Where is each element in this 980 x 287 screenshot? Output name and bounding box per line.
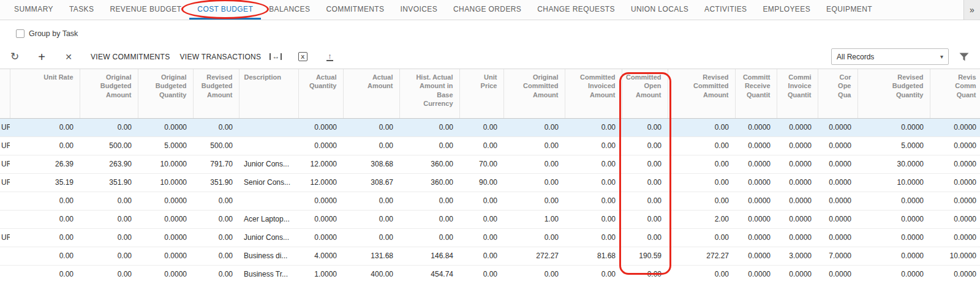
cell-actual_quantity[interactable]: 0.0000 [298,136,343,155]
cell-revised_committed_quantity[interactable]: 0.0000 [930,118,980,136]
cell-committed_invoiced_quantity[interactable]: 0.0000 [777,136,818,155]
cell-revised_budgeted_quantity[interactable]: 0.0000 [858,265,930,283]
cell-unit_price[interactable]: 0.00 [459,228,503,247]
cell-committed_open_quantity[interactable]: 7.0000 [818,247,858,265]
cell-description[interactable]: Business di... [239,247,298,265]
column-header-original_budgeted_quantity[interactable]: Original Budgeted Quantity [138,69,193,118]
cell-original_budgeted_amount[interactable]: 263.90 [80,155,138,173]
cell-committed_received_quantity[interactable]: 0.0000 [735,155,777,173]
cell-original_budgeted_quantity[interactable]: 0.0000 [138,228,193,247]
cell-actual_quantity[interactable]: 0.0000 [298,228,343,247]
view-commitments-button[interactable]: VIEW COMMITMENTS [91,53,170,61]
cell-committed_invoiced_quantity[interactable]: 0.0000 [777,192,818,210]
cell-committed_received_quantity[interactable]: 0.0000 [735,173,777,192]
tab-balances[interactable]: BALANCES [261,0,318,20]
cell-committed_received_quantity[interactable]: 0.0000 [735,210,777,228]
cell-committed_open_quantity[interactable]: 0.0000 [818,155,858,173]
tab-change-requests[interactable]: CHANGE REQUESTS [529,0,623,20]
cell-original_budgeted_amount[interactable]: 0.00 [80,118,138,136]
cell-actual_amount[interactable]: 131.68 [343,247,399,265]
cell-description[interactable]: Senior Cons... [239,173,298,192]
cell-unit_price[interactable]: 0.00 [459,247,503,265]
cell-actual_quantity[interactable]: 12.0000 [298,173,343,192]
column-header-committed_invoiced_quantity[interactable]: Commi Invoice Quantit [777,69,818,118]
cell-committed_received_quantity[interactable]: 0.0000 [735,136,777,155]
cell-revised_committed_quantity[interactable]: 0.0000 [930,192,980,210]
cell-original_committed_amount[interactable]: 1.00 [503,210,565,228]
cell-original_committed_amount[interactable]: 0.00 [503,118,565,136]
cell-actual_amount[interactable]: 0.00 [343,228,399,247]
tab-summary[interactable]: SUMMARY [6,0,61,20]
cell-unit_rate[interactable]: 0.00 [10,118,80,136]
cell-uom[interactable]: UR [0,228,10,247]
cell-committed_received_quantity[interactable]: 0.0000 [735,118,777,136]
cell-hist_actual_amount_base[interactable]: 146.84 [399,247,459,265]
cell-committed_invoiced_amount[interactable]: 0.00 [565,118,622,136]
cell-description[interactable]: Junior Cons... [239,155,298,173]
cell-committed_received_quantity[interactable]: 0.0000 [735,228,777,247]
column-header-original_committed_amount[interactable]: Original Committed Amount [503,69,565,118]
cell-original_budgeted_quantity[interactable]: 0.0000 [138,192,193,210]
cell-revised_committed_amount[interactable]: 0.00 [668,173,735,192]
group-by-task-checkbox[interactable] [16,29,24,38]
cell-revised_committed_amount[interactable]: 0.00 [668,265,735,283]
cell-original_budgeted_amount[interactable]: 0.00 [80,228,138,247]
cell-actual_quantity[interactable]: 0.0000 [298,210,343,228]
table-row[interactable]: 0.000.000.00000.000.00000.000.000.000.00… [0,192,980,210]
cell-committed_invoiced_quantity[interactable]: 0.0000 [777,265,818,283]
cell-revised_committed_quantity[interactable]: 0.0000 [930,136,980,155]
cell-actual_amount[interactable]: 0.00 [343,118,399,136]
cell-actual_amount[interactable]: 308.68 [343,155,399,173]
cell-uom[interactable]: UR [0,155,10,173]
cell-original_budgeted_quantity[interactable]: 5.0000 [138,136,193,155]
column-header-original_budgeted_amount[interactable]: Original Budgeted Amount [80,69,138,118]
cell-unit_price[interactable]: 0.00 [459,118,503,136]
cell-revised_budgeted_quantity[interactable]: 0.0000 [858,118,930,136]
column-header-description[interactable]: Description [239,69,298,118]
cell-unit_rate[interactable]: 35.19 [10,173,80,192]
table-row[interactable]: UR0.000.000.00000.000.00000.000.000.000.… [0,118,980,136]
table-row[interactable]: 0.000.000.00000.00Acer Laptop...0.00000.… [0,210,980,228]
cell-committed_invoiced_amount[interactable]: 0.00 [565,228,622,247]
cell-revised_committed_quantity[interactable]: 0.0000 [930,173,980,192]
cell-revised_committed_quantity[interactable]: 10.0000 [930,247,980,265]
cell-committed_open_amount[interactable]: 0.00 [622,210,668,228]
cell-unit_rate[interactable]: 0.00 [10,210,80,228]
filter-settings-button[interactable] [958,51,970,63]
cell-actual_amount[interactable]: 0.00 [343,192,399,210]
cell-description[interactable]: Junior Cons... [239,228,298,247]
fit-width-button[interactable]: ↔ [268,50,283,64]
cell-revised_budgeted_quantity[interactable]: 0.0000 [858,192,930,210]
cell-uom[interactable] [0,247,10,265]
cell-committed_open_amount[interactable]: 0.00 [622,136,668,155]
cell-hist_actual_amount_base[interactable]: 0.00 [399,118,459,136]
cell-unit_price[interactable]: 0.00 [459,265,503,283]
cell-revised_budgeted_amount[interactable]: 791.70 [193,155,239,173]
column-header-revised_budgeted_amount[interactable]: Revised Budgeted Amount [193,69,239,118]
cell-revised_committed_amount[interactable]: 0.00 [668,118,735,136]
cell-revised_budgeted_amount[interactable]: 0.00 [193,118,239,136]
cell-original_budgeted_quantity[interactable]: 0.0000 [138,265,193,283]
column-header-hist_actual_amount_base[interactable]: Hist. Actual Amount in Base Currency [399,69,459,118]
cell-committed_open_quantity[interactable]: 0.0000 [818,265,858,283]
column-header-unit_price[interactable]: Unit Price [459,69,503,118]
cell-committed_invoiced_amount[interactable]: 0.00 [565,136,622,155]
cell-description[interactable] [239,136,298,155]
cell-original_committed_amount[interactable]: 272.27 [503,247,565,265]
cell-original_budgeted_quantity[interactable]: 0.0000 [138,247,193,265]
tab-invoices[interactable]: INVOICES [393,0,446,20]
cell-unit_rate[interactable]: 26.39 [10,155,80,173]
column-header-revised_committed_quantity[interactable]: Revis Comm Quant [930,69,980,118]
cell-unit_rate[interactable]: 0.00 [10,265,80,283]
cell-uom[interactable]: UR [0,118,10,136]
column-header-revised_committed_amount[interactable]: Revised Committed Amount [668,69,735,118]
cell-description[interactable]: Acer Laptop... [239,210,298,228]
tab-cost-budget[interactable]: COST BUDGET [189,0,261,20]
cell-description[interactable] [239,192,298,210]
cell-committed_received_quantity[interactable]: 0.0000 [735,265,777,283]
tab-activities[interactable]: ACTIVITIES [696,0,755,20]
cell-revised_budgeted_amount[interactable]: 0.00 [193,247,239,265]
cell-actual_quantity[interactable]: 1.0000 [298,265,343,283]
records-filter-dropdown[interactable]: All Records ▾ [831,48,949,65]
cell-original_committed_amount[interactable]: 0.00 [503,192,565,210]
